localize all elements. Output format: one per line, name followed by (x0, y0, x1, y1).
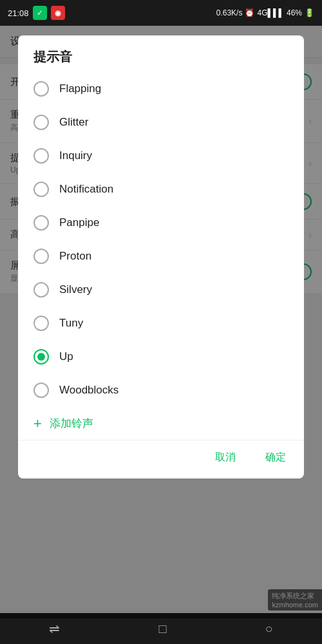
dialog-title: 提示音 (18, 35, 304, 72)
ringtone-list: Flapping Glitter Inquiry Notification Pa… (18, 72, 304, 440)
list-item[interactable]: Proton (18, 240, 304, 273)
radio-proton[interactable] (33, 249, 49, 264)
confirm-button[interactable]: 确定 (260, 447, 291, 468)
ringtone-label: Inquiry (59, 149, 92, 162)
radio-panpipe[interactable] (33, 215, 49, 231)
add-plus-icon: + (33, 417, 42, 431)
back-button[interactable]: ⇌ (49, 621, 60, 636)
signal-icon: 4G▌▌▌ (257, 8, 284, 17)
wechat-icon: ✓ (33, 6, 47, 20)
list-item[interactable]: Panpipe (18, 206, 304, 240)
ringtone-label: Glitter (59, 116, 88, 129)
recents-button[interactable]: ○ (265, 621, 272, 636)
ringtone-label: Woodblocks (59, 384, 118, 397)
list-item[interactable]: Inquiry (18, 139, 304, 173)
add-ringtone-row[interactable]: + 添加铃声 (18, 407, 304, 440)
list-item[interactable]: Flapping (18, 72, 304, 106)
radio-glitter[interactable] (33, 115, 49, 130)
battery-level: 46% (287, 8, 302, 17)
ringtone-label: Notification (59, 183, 113, 196)
list-item[interactable]: Glitter (18, 106, 304, 139)
radio-woodblocks[interactable] (33, 383, 49, 398)
app-icon: ◉ (51, 6, 65, 20)
ringtone-label: Flapping (59, 82, 101, 95)
radio-inquiry[interactable] (33, 148, 49, 164)
ringtone-label: Proton (59, 250, 91, 263)
ringtone-dialog: 提示音 Flapping Glitter Inquiry Notificatio… (18, 35, 304, 478)
time-display: 21:08 (8, 8, 29, 18)
list-item[interactable]: Up (18, 340, 304, 374)
radio-flapping[interactable] (33, 81, 49, 97)
radio-silvery[interactable] (33, 282, 49, 298)
list-item[interactable]: Tuny (18, 307, 304, 340)
ringtone-label: Tuny (59, 317, 83, 330)
alarm-icon: ⏰ (245, 8, 254, 17)
cancel-button[interactable]: 取消 (210, 447, 241, 468)
list-item[interactable]: Notification (18, 173, 304, 206)
ringtone-label: Silvery (59, 283, 92, 296)
status-left: 21:08 ✓ ◉ (8, 6, 65, 20)
ringtone-label: Panpipe (59, 216, 99, 229)
dialog-actions: 取消 确定 (18, 440, 304, 478)
radio-tuny[interactable] (33, 316, 49, 331)
network-speed: 0.63K/s (216, 8, 243, 17)
add-ringtone-label: 添加铃声 (50, 416, 93, 431)
battery-icon: 🔋 (305, 8, 314, 17)
status-right: 0.63K/s ⏰ 4G▌▌▌ 46% 🔋 (216, 8, 314, 17)
home-button[interactable]: □ (158, 621, 166, 636)
radio-up[interactable] (33, 349, 49, 365)
list-item[interactable]: Woodblocks (18, 374, 304, 407)
status-bar: 21:08 ✓ ◉ 0.63K/s ⏰ 4G▌▌▌ 46% 🔋 (0, 0, 322, 26)
ringtone-label: Up (59, 350, 73, 363)
radio-notification[interactable] (33, 182, 49, 197)
list-item[interactable]: Silvery (18, 273, 304, 307)
